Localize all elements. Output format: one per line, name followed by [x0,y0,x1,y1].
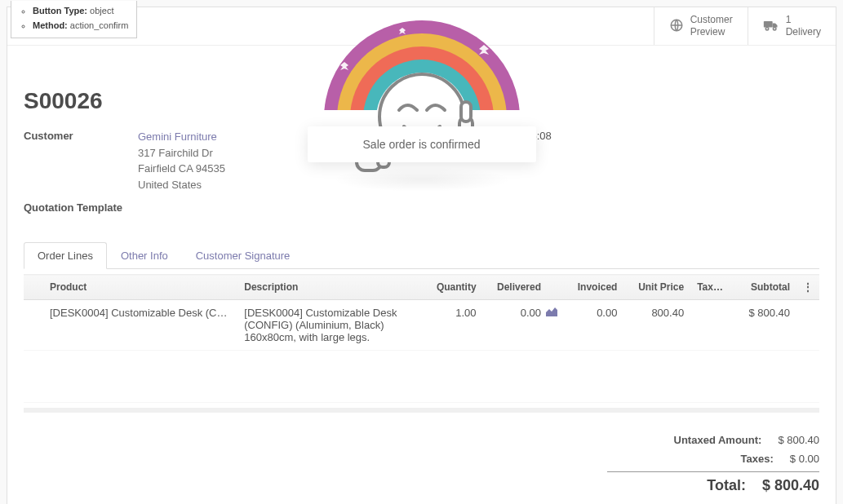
svg-rect-12 [763,21,772,28]
table-row[interactable]: [DESK0004] Customizable Desk (CONF… [DES… [24,300,819,351]
cell-invoiced: 0.00 [564,300,623,351]
delivery-button[interactable]: 1 Delivery [748,7,836,45]
customer-link[interactable]: Gemini Furniture [138,130,217,143]
col-invoiced[interactable]: Invoiced [564,275,623,300]
col-subtotal[interactable]: Subtotal [734,275,796,300]
confirm-message: Sale order is confirmed [363,138,481,151]
dev-method-label: Method: [33,20,68,30]
customer-preview-line1: Customer [690,14,733,26]
col-delivered[interactable]: Delivered [483,275,548,300]
customer-addr1: 317 Fairchild Dr [138,147,213,159]
globe-icon [669,18,684,35]
untaxed-value: $ 800.40 [778,434,819,446]
order-lines-table: Product Description Quantity Delivered I… [24,274,819,403]
divider [24,408,819,413]
col-product[interactable]: Product [43,275,237,300]
untaxed-label: Untaxed Amount: [607,434,778,446]
svg-point-14 [773,27,775,29]
page-title: S00026 [24,88,819,114]
col-taxes[interactable]: Tax… [690,275,734,300]
cell-subtotal: $ 800.40 [734,300,796,351]
form-view-card: Button Type: object Method: action_confi… [7,7,836,504]
customer-addr3: United States [138,179,202,191]
cell-description: [DESK0004] Customizable Desk (CONFIG) (A… [237,300,423,351]
customer-addr2: Fairfield CA 94535 [138,162,225,175]
confirm-message-box: Sale order is confirmed [308,126,536,162]
area-chart-icon[interactable] [546,307,557,319]
total-value: $ 800.40 [762,477,819,494]
tabs: Order Lines Other Info Customer Signatur… [24,241,819,269]
delivery-count: 1 [786,14,821,26]
col-description[interactable]: Description [237,275,423,300]
total-label: Total: [607,477,762,494]
dev-tooltip: Button Type: object Method: action_confi… [11,1,137,38]
tab-other-info[interactable]: Other Info [107,242,182,269]
col-options-icon[interactable]: ⋮ [796,275,819,300]
cell-delivered: 0.00 [521,307,541,319]
tab-order-lines[interactable]: Order Lines [24,242,107,269]
cell-unit-price: 800.40 [623,300,690,351]
customer-preview-line2: Preview [690,26,733,38]
cell-taxes [690,300,734,351]
dev-method-value: action_confirm [70,20,129,30]
taxes-value: $ 0.00 [790,453,819,465]
delivery-label: Delivery [786,26,821,38]
quotation-template-label: Quotation Template [24,201,138,214]
dev-button-type-value: object [90,6,113,15]
cell-quantity: 1.00 [423,300,482,351]
taxes-label: Taxes: [607,453,790,465]
col-quantity[interactable]: Quantity [423,275,482,300]
col-unit-price[interactable]: Unit Price [623,275,690,300]
cell-product: [DESK0004] Customizable Desk (CONF… [43,300,237,351]
customer-label: Customer [24,129,138,142]
tab-customer-signature[interactable]: Customer Signature [182,242,304,269]
dev-button-type-label: Button Type: [33,6,87,15]
truck-icon [763,19,779,34]
customer-preview-button[interactable]: Customer Preview [654,7,748,45]
totals: Untaxed Amount: $ 800.40 Taxes: $ 0.00 T… [607,431,819,497]
svg-point-13 [765,27,768,29]
